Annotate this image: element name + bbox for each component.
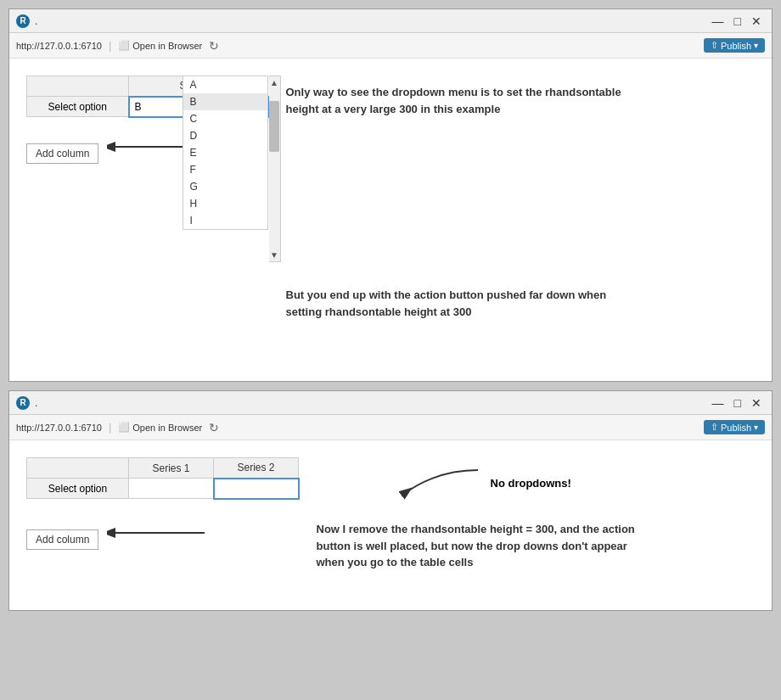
annotation-text-1: Only way to see the dropdown menu is to … (286, 84, 626, 117)
url-display-1: http://127.0.0.1:6710 (16, 41, 102, 51)
dropdown-item-g[interactable]: G (183, 178, 267, 195)
handsontable-2: Series 1 Series 2 Select option (26, 457, 300, 500)
window-1: R . — □ ✕ http://127.0.0.1:6710 | ⬜ Open… (8, 8, 773, 382)
maximize-button-1[interactable]: □ (731, 14, 744, 28)
annotation-text-bottom: Now I remove the rhandsontable height = … (317, 521, 656, 571)
col-header-series1-w2: Series 1 (129, 458, 214, 479)
title-bar-2: R . — □ ✕ (9, 391, 772, 415)
empty-header-1 (27, 76, 129, 97)
add-column-button-1[interactable]: Add column (26, 143, 98, 164)
scroll-thumb-1[interactable] (269, 101, 279, 152)
publish-button-1[interactable]: ⇧ Publish ▾ (704, 38, 765, 53)
table-section-2: Series 1 Series 2 Select option (26, 457, 300, 593)
no-dropdown-row: No dropdowns! (385, 462, 756, 504)
add-column-row-2: Add column (26, 517, 300, 550)
dropdown-item-b[interactable]: B (183, 93, 267, 110)
window-2: R . — □ ✕ http://127.0.0.1:6710 | ⬜ Open… (8, 390, 773, 611)
refresh-button-2[interactable]: ↻ (209, 421, 219, 434)
col-header-series2-w2: Series 2 (214, 458, 299, 479)
annotation-bottom: Now I remove the rhandsontable height = … (317, 521, 756, 571)
publish-icon-1: ⇧ (711, 40, 718, 51)
arrow-svg-2 (107, 520, 209, 546)
open-browser-button-2[interactable]: ⬜ Open in Browser (118, 422, 202, 433)
r-icon-2: R (16, 396, 30, 410)
content-area-2: Series 1 Series 2 Select option (9, 440, 772, 610)
open-browser-icon-2: ⬜ (118, 422, 130, 433)
publish-icon-2: ⇧ (711, 422, 718, 433)
dropdown-item-f[interactable]: F (183, 161, 267, 178)
window-title-2: . (35, 397, 37, 409)
dropdown-item-c[interactable]: C (183, 110, 267, 127)
window-controls-2: — □ ✕ (709, 396, 765, 410)
title-bar-left-1: R . (16, 14, 37, 28)
open-browser-icon-1: ⬜ (118, 40, 130, 51)
publish-button-2[interactable]: ⇧ Publish ▾ (704, 420, 765, 434)
annotation-section-1: Only way to see the dropdown menu is to … (286, 76, 756, 364)
dropdown-item-a[interactable]: A (183, 76, 267, 93)
row-header-cell-2: Select option (27, 479, 129, 499)
table-row-2: Select option (27, 479, 299, 499)
annotation-text-2: But you end up with the action button pu… (286, 287, 626, 320)
dropdown-item-e[interactable]: E (183, 144, 267, 161)
title-bar-left-2: R . (16, 396, 37, 410)
table-cell-series1[interactable] (129, 479, 214, 499)
refresh-button-1[interactable]: ↻ (209, 39, 219, 53)
minimize-button-2[interactable]: — (709, 396, 728, 410)
content-area-1: Series 1 Select option (9, 59, 772, 381)
dropdown-item-h[interactable]: H (183, 195, 267, 212)
dropdown-item-d[interactable]: D (183, 127, 267, 144)
annotation-section-2: No dropdowns! Now I remove the rhandsont… (317, 457, 756, 593)
close-button-1[interactable]: ✕ (748, 14, 765, 28)
toolbar-2: http://127.0.0.1:6710 | ⬜ Open in Browse… (9, 415, 772, 440)
table-section-1: Series 1 Select option (26, 76, 269, 364)
minimize-button-1[interactable]: — (709, 14, 728, 28)
open-browser-button-1[interactable]: ⬜ Open in Browser (118, 40, 202, 51)
toolbar-1: http://127.0.0.1:6710 | ⬜ Open in Browse… (9, 33, 772, 59)
window-controls-1: — □ ✕ (709, 14, 765, 28)
table-cell-series2[interactable] (214, 479, 299, 499)
window-title-1: . (35, 15, 37, 27)
curved-arrow-svg (385, 462, 486, 504)
url-display-2: http://127.0.0.1:6710 (16, 423, 102, 433)
table-wrapper-1: Series 1 Select option (26, 76, 269, 118)
dropdown-list-1[interactable]: A B C D E F G H I (183, 76, 268, 230)
dropdown-item-i[interactable]: I (183, 212, 267, 229)
table-header-row-2: Series 1 Series 2 (27, 458, 299, 479)
close-button-2[interactable]: ✕ (748, 396, 765, 410)
scroll-down-1[interactable]: ▼ (269, 249, 280, 261)
dropdown-scrollbar-1[interactable]: ▲ ▼ (269, 76, 281, 262)
maximize-button-2[interactable]: □ (731, 396, 744, 410)
no-dropdown-label: No dropdowns! (491, 477, 571, 490)
add-column-button-2[interactable]: Add column (26, 529, 98, 550)
scroll-up-1[interactable]: ▲ (269, 76, 280, 89)
title-bar-1: R . — □ ✕ (9, 9, 772, 33)
r-icon-1: R (16, 14, 30, 28)
empty-header-2 (27, 458, 129, 479)
row-header-cell-1: Select option (27, 97, 129, 117)
